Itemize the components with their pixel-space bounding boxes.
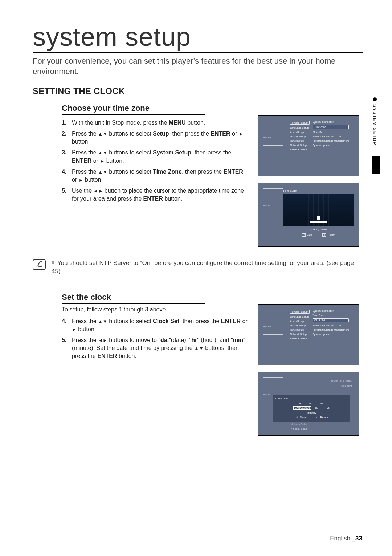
world-map (283, 194, 354, 226)
step-4: 4. Press the ▲▼ buttons to select Time Z… (62, 168, 248, 184)
day-value: Tuesday (275, 411, 347, 414)
page-footer: English _33 (330, 535, 362, 542)
section-tab-dot (373, 97, 377, 101)
popup-return-hint: ⟲Return (315, 416, 328, 419)
step-4b: 4. Press the ▲▼ buttons to select Clock … (62, 317, 248, 333)
osd-right-menu: System Information Time Zone Clock Set P… (313, 121, 349, 151)
screenshot-system-setup-clockset: No Disc System Setup Language Setup Audi… (258, 304, 359, 365)
step-3: 3. Press the ▲▼ buttons to select System… (62, 149, 248, 165)
note-block: ℒ You should set NTP Server to "On" befo… (33, 259, 363, 276)
step-2: 2. Press the ▲▼ buttons to select Setup,… (62, 130, 248, 146)
set-clock-lead: To setup, follow steps 1 through 3 above… (62, 306, 248, 314)
hour-value: 02 (315, 407, 318, 409)
osd-left-menu-2: System Setup Language Setup Audio Setup … (290, 310, 310, 340)
intro-text: For your convenience, you can set this p… (33, 56, 363, 77)
screenshot-timezone-map: No Disc Time Zone London, Lisbon ⏎Save ⟲… (258, 183, 359, 247)
edge-index-mark (372, 156, 380, 174)
popup-title: Clock Set (275, 397, 347, 400)
heading-set-the-clock: Set the clock (62, 293, 205, 304)
timezone-marker (317, 216, 320, 220)
popup-save-hint: ⏎Save (295, 416, 306, 419)
save-hint: ⏎Save (302, 233, 313, 237)
step-5b: 5. Press the ◄► buttons to move to "da."… (62, 336, 248, 360)
osd-left-menu: System Setup Language Setup Audio Setup … (290, 121, 310, 151)
return-hint: ⟲Return (322, 233, 335, 237)
section-tab-label: SYSTEM SETUP (372, 104, 377, 145)
osd-right-menu-2: System Information Time Zone Clock Set P… (313, 310, 349, 340)
date-value: JAN/01/2008 (293, 406, 311, 410)
bullet-icon (52, 261, 54, 264)
note-icon: ℒ (33, 259, 46, 270)
minute-value: 05 (327, 407, 330, 409)
heading-setting-the-clock: SETTING THE CLOCK (33, 86, 363, 96)
page-title: system setup (33, 22, 363, 53)
timezone-label: Time Zone (283, 189, 355, 192)
nodisc-label: No Disc (263, 137, 271, 139)
steps-set-clock: 4. Press the ▲▼ buttons to select Clock … (62, 317, 248, 360)
heading-choose-time-zone: Choose your time zone (62, 104, 205, 115)
note-text: You should set NTP Server to "On" before… (52, 259, 354, 275)
clock-set-popup: Clock Set da. hr. min. JAN/01/2008 02 : … (273, 395, 350, 422)
steps-time-zone: 1. With the unit in Stop mode, press the… (62, 119, 248, 203)
section-tab: SYSTEM SETUP (372, 97, 377, 145)
screenshot-system-setup-timezone: No Disc System Setup Language Setup Audi… (258, 115, 359, 176)
step-1: 1. With the unit in Stop mode, press the… (62, 119, 248, 127)
timezone-city: London, Lisbon (283, 228, 354, 231)
step-5: 5. Use the ◄► button to place the cursor… (62, 187, 248, 203)
screenshot-clock-set-popup: No Disc System Information Time Zone Net… (258, 372, 359, 436)
